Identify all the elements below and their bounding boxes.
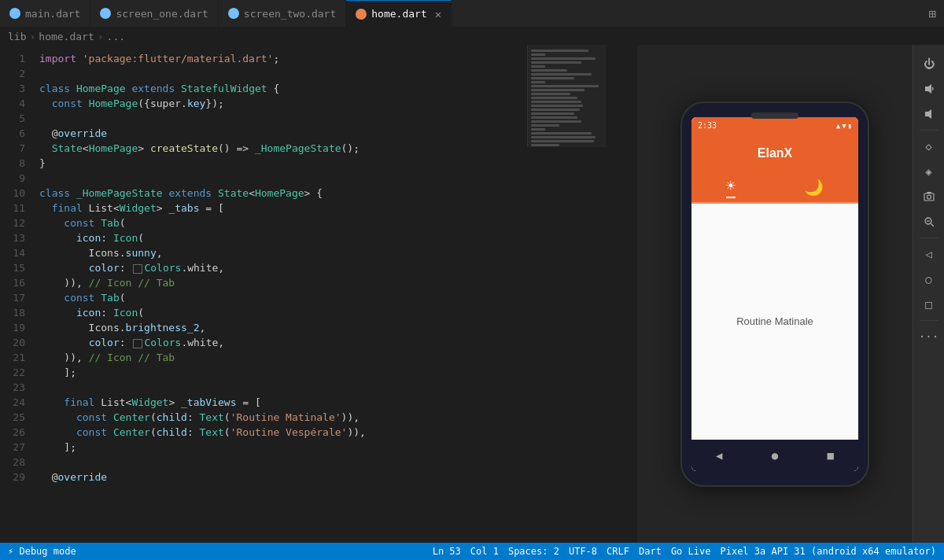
svg-marker-0 bbox=[925, 84, 931, 94]
code-line-16: )), // Icon // Tab bbox=[39, 275, 637, 290]
tab-screen-one[interactable]: screen_one.dart bbox=[90, 0, 218, 28]
phone-nav-recent[interactable]: ■ bbox=[827, 449, 833, 462]
emulator-zoom-button[interactable] bbox=[918, 211, 940, 233]
emulator-divider-2 bbox=[920, 238, 938, 238]
breadcrumb-sep2: › bbox=[98, 31, 104, 42]
emulator-volume-up-button[interactable] bbox=[918, 78, 940, 100]
phone-battery-icon: ▮ bbox=[848, 122, 852, 130]
phone-screen: 2:33 ▲ ▼ ▮ ElanX ☀ 🌙 bbox=[691, 117, 858, 471]
status-emulator: Pixel 3a API 31 (android x64 emulator) bbox=[720, 546, 936, 557]
phone-nav-home[interactable]: ● bbox=[772, 449, 778, 462]
emulator-screenshot-button[interactable] bbox=[918, 186, 940, 208]
breadcrumb-file: home.dart bbox=[39, 31, 94, 42]
breadcrumb-sep1: › bbox=[29, 31, 35, 42]
svg-marker-1 bbox=[925, 109, 931, 119]
status-debug: ⚡ Debug mode bbox=[8, 546, 76, 557]
phone-tab-moon-icon: 🌙 bbox=[804, 178, 824, 197]
emulator-power-button[interactable]: ⏻ bbox=[918, 53, 940, 75]
minimap bbox=[527, 45, 606, 147]
tab-icon-main bbox=[9, 8, 20, 19]
code-line-11: final List<Widget> _tabs = [ bbox=[39, 201, 637, 216]
phone-tab-moon[interactable]: 🌙 bbox=[804, 178, 824, 197]
tab-icon-screen-one bbox=[100, 8, 111, 19]
code-line-25: const Center(child: Text('Routine Matina… bbox=[39, 410, 637, 425]
status-lang[interactable]: Dart bbox=[639, 546, 662, 557]
emulator-divider-3 bbox=[920, 320, 938, 321]
svg-line-6 bbox=[931, 223, 934, 227]
code-line-18: icon: Icon( bbox=[39, 305, 637, 320]
tab-label-main: main.dart bbox=[25, 8, 80, 20]
tab-label-screen-two: screen_two.dart bbox=[244, 8, 336, 20]
phone-wifi-icon: ▼ bbox=[842, 122, 846, 130]
code-line-8: } bbox=[39, 156, 637, 171]
phone-nav-back[interactable]: ◀ bbox=[716, 449, 722, 462]
tab-label-home: home.dart bbox=[371, 8, 426, 20]
status-crlf[interactable]: CRLF bbox=[607, 546, 629, 557]
status-right: Ln 53 Col 1 Spaces: 2 UTF-8 CRLF Dart Go… bbox=[433, 546, 936, 557]
color-swatch-white-1 bbox=[133, 264, 142, 274]
svg-rect-2 bbox=[924, 193, 934, 201]
phone-tab-sunny[interactable]: ☀ bbox=[726, 176, 736, 198]
emulator-recents-button[interactable]: □ bbox=[918, 293, 940, 315]
code-line-14: Icons.sunny, bbox=[39, 245, 637, 260]
tab-bar-right: ⊞ bbox=[928, 6, 944, 21]
status-ln[interactable]: Ln 53 bbox=[433, 546, 461, 557]
svg-rect-4 bbox=[927, 192, 931, 193]
phone-content: Routine Matinale bbox=[691, 204, 858, 440]
breadcrumb-context: ... bbox=[107, 31, 125, 42]
status-col[interactable]: Col 1 bbox=[470, 546, 499, 557]
code-line-28 bbox=[39, 455, 637, 470]
code-editor[interactable]: 1 2 3 4 5 6 7 8 9 10 11 12 13 14☀ 15 16 … bbox=[0, 45, 637, 543]
breadcrumb-lib: lib bbox=[8, 31, 26, 42]
line-num-1: 1 bbox=[19, 53, 25, 64]
emulator-more-button[interactable]: ··· bbox=[918, 326, 940, 348]
emulator-rotate-right-button[interactable]: ◈ bbox=[918, 160, 940, 182]
code-line-19: Icons.brightness_2, bbox=[39, 320, 637, 335]
minimap-lines bbox=[528, 45, 606, 153]
emulator-rotate-left-button[interactable]: ◇ bbox=[918, 135, 940, 157]
breadcrumb: lib › home.dart › ... bbox=[0, 28, 944, 45]
emulator-home-button[interactable]: ○ bbox=[918, 268, 940, 290]
phone-device: 2:33 ▲ ▼ ▮ ElanX ☀ 🌙 bbox=[680, 101, 869, 487]
code-line-26: const Center(child: Text('Routine Vespér… bbox=[39, 425, 637, 440]
phone-signal-icon: ▲ bbox=[836, 122, 840, 130]
code-line-13: icon: Icon( bbox=[39, 230, 637, 245]
tab-close-home[interactable]: ✕ bbox=[435, 8, 441, 20]
phone-app-bar: ElanX bbox=[691, 134, 858, 172]
code-line-12: const Tab( bbox=[39, 216, 637, 230]
main-area: 1 2 3 4 5 6 7 8 9 10 11 12 13 14☀ 15 16 … bbox=[0, 45, 944, 543]
phone-tab-sun-icon: ☀ bbox=[726, 176, 736, 195]
emulator-toolbar: ⏻ ◇ ◈ ◁ ○ □ ··· bbox=[913, 45, 944, 543]
phone-time: 2:33 bbox=[698, 121, 717, 130]
phone-notch bbox=[751, 112, 798, 119]
phone-status-icons: ▲ ▼ ▮ bbox=[836, 122, 852, 130]
status-spaces[interactable]: Spaces: 2 bbox=[508, 546, 559, 557]
status-encoding[interactable]: UTF-8 bbox=[569, 546, 597, 557]
code-line-27: ]; bbox=[39, 440, 637, 455]
phone-nav-bar: ◀ ● ■ bbox=[691, 440, 858, 471]
line-numbers: 1 2 3 4 5 6 7 8 9 10 11 12 13 14☀ 15 16 … bbox=[0, 45, 31, 543]
code-line-22: ]; bbox=[39, 365, 637, 380]
code-line-17: const Tab( bbox=[39, 290, 637, 305]
phone-status-bar: 2:33 ▲ ▼ ▮ bbox=[691, 117, 858, 134]
phone-area: 2:33 ▲ ▼ ▮ ElanX ☀ 🌙 bbox=[637, 45, 913, 543]
status-bar: ⚡ Debug mode Ln 53 Col 1 Spaces: 2 UTF-8… bbox=[0, 543, 944, 560]
tab-home-dart[interactable]: home.dart ✕ bbox=[346, 0, 452, 28]
emulator-back-button[interactable]: ◁ bbox=[918, 243, 940, 265]
status-golive[interactable]: Go Live bbox=[671, 546, 711, 557]
code-line-15: color: Colors.white, bbox=[39, 260, 637, 275]
code-line-9 bbox=[39, 171, 637, 186]
phone-app-title: ElanX bbox=[758, 146, 792, 160]
svg-point-3 bbox=[927, 195, 931, 199]
tab-screen-two[interactable]: screen_two.dart bbox=[219, 0, 346, 28]
tab-main-dart[interactable]: main.dart bbox=[0, 0, 90, 28]
phone-content-text: Routine Matinale bbox=[736, 315, 813, 327]
code-line-10: class _HomePageState extends State<HomeP… bbox=[39, 186, 637, 201]
tab-bar: main.dart screen_one.dart screen_two.dar… bbox=[0, 0, 944, 28]
code-line-21: )), // Icon // Tab bbox=[39, 350, 637, 365]
phone-tab-bar: ☀ 🌙 bbox=[691, 172, 858, 204]
tab-icon-home bbox=[356, 9, 367, 20]
layout-icon[interactable]: ⊞ bbox=[928, 6, 936, 21]
emulator-volume-down-button[interactable] bbox=[918, 103, 940, 125]
code-line-24: final List<Widget> _tabViews = [ bbox=[39, 395, 637, 410]
